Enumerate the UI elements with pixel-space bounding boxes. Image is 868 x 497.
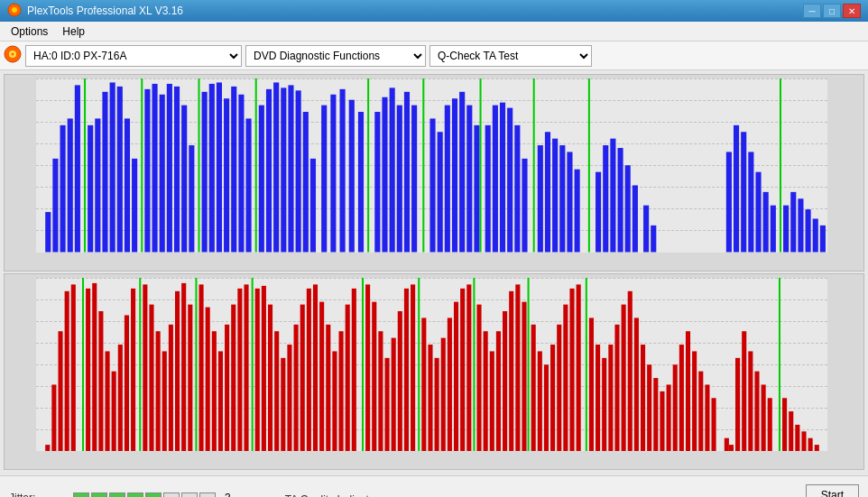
svg-rect-213 [762, 384, 766, 451]
svg-rect-120 [175, 290, 180, 451]
svg-rect-111 [118, 345, 123, 451]
svg-rect-138 [287, 345, 291, 451]
svg-rect-149 [352, 288, 356, 451]
svg-rect-108 [98, 311, 103, 451]
minimize-button[interactable]: ─ [803, 4, 821, 18]
svg-rect-11 [88, 125, 93, 253]
svg-rect-124 [199, 284, 203, 451]
svg-rect-94 [783, 206, 789, 253]
svg-rect-77 [588, 78, 590, 253]
svg-rect-137 [281, 357, 285, 451]
svg-rect-62 [474, 125, 479, 253]
svg-rect-150 [418, 278, 420, 452]
jitter-seg-1 [73, 492, 89, 498]
svg-rect-129 [231, 304, 235, 451]
jitter-seg-6 [163, 492, 180, 498]
svg-rect-97 [806, 209, 811, 252]
svg-rect-154 [384, 357, 389, 451]
svg-rect-177 [531, 324, 536, 451]
start-button[interactable]: Start [806, 484, 859, 498]
svg-rect-98 [813, 218, 818, 252]
device-select[interactable]: HA:0 ID:0 PX-716A [25, 45, 242, 67]
title-bar: PlexTools Professional XL V3.16 ─ □ ✕ [0, 0, 868, 22]
chart1-container: 4 3.5 3 2.5 2 1.5 1 0.5 0 [4, 74, 864, 272]
svg-rect-17 [132, 159, 137, 253]
svg-rect-160 [428, 345, 432, 451]
svg-rect-131 [237, 288, 242, 451]
svg-rect-122 [181, 282, 186, 451]
svg-rect-6 [52, 159, 58, 253]
chart1-bars [36, 78, 827, 253]
svg-rect-194 [641, 345, 645, 451]
jitter-seg-7 [181, 492, 198, 498]
svg-rect-159 [421, 318, 426, 451]
svg-rect-113 [139, 278, 141, 452]
svg-point-1 [12, 7, 17, 13]
svg-rect-27 [202, 92, 208, 253]
svg-rect-32 [238, 95, 244, 253]
svg-rect-96 [798, 198, 803, 252]
svg-rect-144 [319, 301, 324, 451]
svg-rect-63 [480, 78, 482, 253]
test-select[interactable]: Q-Check TA Test [429, 45, 592, 67]
menu-help[interactable]: Help [55, 23, 92, 40]
svg-rect-69 [522, 159, 527, 253]
svg-rect-220 [815, 445, 819, 451]
svg-rect-118 [162, 351, 167, 451]
svg-rect-70 [533, 78, 535, 253]
svg-rect-110 [112, 371, 116, 451]
svg-rect-173 [509, 290, 513, 451]
svg-rect-199 [673, 364, 678, 451]
svg-rect-147 [339, 331, 344, 451]
svg-rect-59 [452, 98, 457, 252]
svg-rect-207 [729, 445, 734, 451]
svg-rect-176 [522, 301, 526, 451]
svg-rect-162 [441, 337, 446, 451]
svg-rect-164 [454, 301, 458, 451]
svg-rect-83 [633, 185, 638, 252]
svg-rect-197 [660, 391, 664, 451]
svg-rect-71 [538, 145, 543, 252]
svg-rect-48 [358, 112, 364, 252]
svg-rect-195 [647, 364, 651, 451]
svg-rect-208 [779, 278, 780, 452]
svg-rect-58 [445, 106, 450, 253]
svg-rect-105 [82, 278, 84, 452]
svg-rect-54 [404, 92, 410, 253]
svg-rect-22 [167, 84, 172, 253]
svg-rect-40 [296, 90, 301, 252]
svg-rect-146 [332, 351, 337, 451]
svg-rect-31 [231, 87, 236, 253]
jitter-seg-4 [127, 492, 143, 498]
svg-rect-21 [160, 95, 165, 253]
close-button[interactable]: ✕ [843, 4, 861, 18]
svg-rect-172 [503, 311, 507, 451]
chart2-inner: 4 3.5 3 2.5 2 1.5 1 0.5 0 [36, 278, 827, 452]
svg-rect-24 [181, 106, 187, 253]
svg-rect-38 [281, 87, 286, 252]
svg-rect-191 [622, 304, 626, 451]
svg-rect-61 [466, 106, 472, 253]
function-select[interactable]: DVD Diagnostic Functions [245, 45, 426, 67]
svg-rect-36 [266, 89, 272, 253]
svg-rect-85 [651, 225, 656, 253]
svg-rect-106 [86, 288, 90, 451]
main-content: 4 3.5 3 2.5 2 1.5 1 0.5 0 [0, 70, 868, 475]
svg-rect-89 [748, 152, 753, 252]
svg-rect-181 [557, 324, 561, 451]
svg-rect-99 [820, 225, 826, 253]
svg-rect-5 [45, 212, 51, 252]
svg-rect-114 [131, 288, 135, 451]
svg-rect-182 [563, 304, 568, 451]
svg-rect-169 [484, 331, 488, 451]
menu-options[interactable]: Options [4, 23, 55, 40]
jitter-seg-3 [109, 492, 125, 498]
maximize-button[interactable]: □ [823, 4, 841, 18]
bottom-right-controls: Start i [806, 484, 859, 498]
jitter-meter [73, 492, 216, 498]
svg-rect-18 [141, 78, 143, 253]
svg-rect-148 [346, 304, 350, 451]
svg-rect-45 [330, 95, 336, 253]
meters-section: Jitter: 3 Peak Shift: [9, 492, 231, 498]
svg-rect-55 [411, 106, 417, 253]
